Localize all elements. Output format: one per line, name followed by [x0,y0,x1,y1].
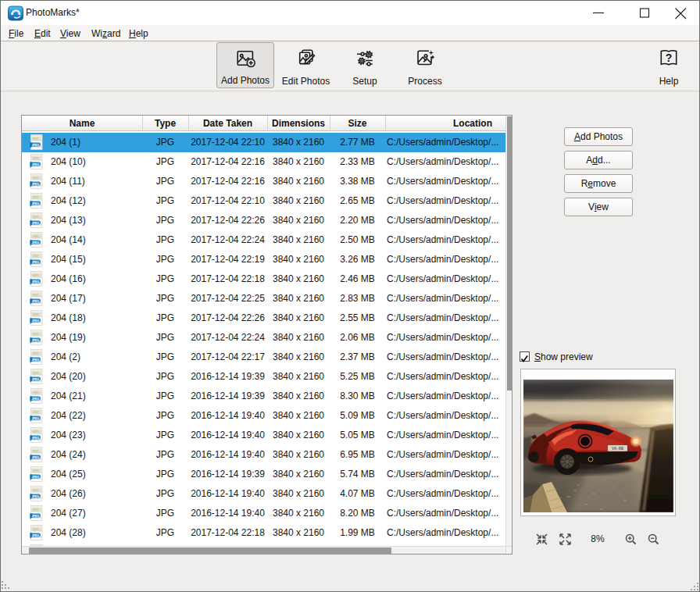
svg-text:JPEG: JPEG [31,339,39,342]
svg-text:JPEG: JPEG [31,437,39,440]
svg-text:JPEG: JPEG [31,183,39,186]
svg-text:JPEG: JPEG [31,241,39,244]
svg-text:JPEG: JPEG [31,534,39,537]
svg-text:?: ? [666,52,673,64]
svg-text:JPEG: JPEG [31,456,39,459]
svg-text:JPEG: JPEG [31,358,39,362]
svg-text:JPEG: JPEG [31,280,39,284]
svg-text:JPEG: JPEG [31,144,39,147]
svg-text:JPEG: JPEG [31,476,39,479]
svg-text:JPEG: JPEG [31,495,39,498]
svg-text:JPEG: JPEG [31,163,39,166]
svg-text:JPEG: JPEG [31,202,39,205]
svg-text:JPEG: JPEG [31,378,39,381]
svg-text:VA-RB: VA-RB [612,447,623,451]
svg-text:JPEG: JPEG [31,319,39,323]
svg-text:JPEG: JPEG [31,261,39,264]
svg-text:JPEG: JPEG [31,398,39,401]
svg-text:JPEG: JPEG [31,300,39,303]
svg-text:JPEG: JPEG [31,417,39,420]
svg-text:JPEG: JPEG [31,515,39,518]
svg-text:JPEG: JPEG [31,222,39,225]
